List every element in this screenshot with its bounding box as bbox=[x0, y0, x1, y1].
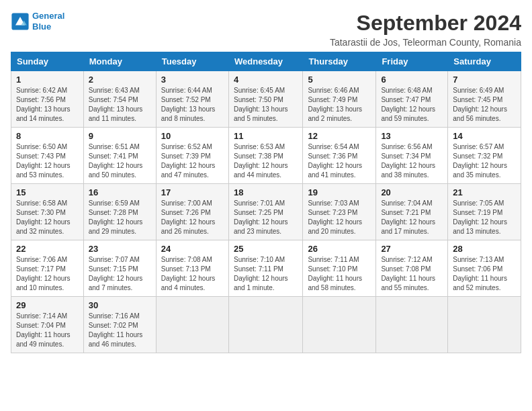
day-info: Sunrise: 6:53 AMSunset: 7:38 PMDaylight:… bbox=[234, 142, 298, 180]
day-info: Sunrise: 6:46 AMSunset: 7:49 PMDaylight:… bbox=[308, 86, 371, 124]
day-info: Sunrise: 7:05 AMSunset: 7:19 PMDaylight:… bbox=[453, 199, 516, 236]
day-info: Sunrise: 6:56 AMSunset: 7:34 PMDaylight:… bbox=[381, 142, 443, 180]
calendar-header-row: SundayMondayTuesdayWednesdayThursdayFrid… bbox=[11, 52, 521, 71]
day-number: 30 bbox=[89, 300, 151, 310]
day-number: 27 bbox=[381, 244, 443, 254]
day-number: 25 bbox=[234, 244, 298, 254]
calendar-cell: 9Sunrise: 6:51 AMSunset: 7:41 PMDaylight… bbox=[83, 128, 156, 184]
day-info: Sunrise: 6:57 AMSunset: 7:32 PMDaylight:… bbox=[453, 142, 516, 180]
calendar-cell: 16Sunrise: 6:59 AMSunset: 7:28 PMDayligh… bbox=[83, 184, 156, 240]
header-sunday: Sunday bbox=[11, 52, 84, 71]
calendar-cell bbox=[448, 297, 521, 353]
header-tuesday: Tuesday bbox=[156, 52, 228, 71]
calendar-cell: 11Sunrise: 6:53 AMSunset: 7:38 PMDayligh… bbox=[228, 128, 302, 184]
day-number: 20 bbox=[381, 187, 443, 197]
calendar-cell: 29Sunrise: 7:14 AMSunset: 7:04 PMDayligh… bbox=[11, 297, 84, 353]
month-title: September 2024 bbox=[330, 11, 521, 36]
header-wednesday: Wednesday bbox=[228, 52, 302, 71]
logo-text: General Blue bbox=[32, 11, 64, 32]
day-number: 14 bbox=[453, 131, 516, 141]
logo-line1: General bbox=[32, 11, 64, 21]
calendar-cell: 14Sunrise: 6:57 AMSunset: 7:32 PMDayligh… bbox=[448, 128, 521, 184]
day-info: Sunrise: 6:48 AMSunset: 7:47 PMDaylight:… bbox=[381, 86, 443, 124]
calendar-cell: 21Sunrise: 7:05 AMSunset: 7:19 PMDayligh… bbox=[448, 184, 521, 240]
week-row-3: 15Sunrise: 6:58 AMSunset: 7:30 PMDayligh… bbox=[11, 184, 521, 240]
day-info: Sunrise: 7:12 AMSunset: 7:08 PMDaylight:… bbox=[381, 255, 443, 293]
day-number: 12 bbox=[308, 131, 371, 141]
day-number: 16 bbox=[89, 187, 151, 197]
calendar-cell bbox=[228, 297, 302, 353]
location-subtitle: Tatarastii de Jos, Teleorman County, Rom… bbox=[330, 37, 521, 48]
day-info: Sunrise: 6:43 AMSunset: 7:54 PMDaylight:… bbox=[89, 86, 151, 124]
calendar-cell: 13Sunrise: 6:56 AMSunset: 7:34 PMDayligh… bbox=[376, 128, 448, 184]
day-number: 4 bbox=[234, 75, 298, 85]
calendar-cell: 3Sunrise: 6:44 AMSunset: 7:52 PMDaylight… bbox=[156, 71, 228, 128]
day-number: 1 bbox=[16, 75, 79, 85]
day-number: 24 bbox=[161, 244, 224, 254]
day-info: Sunrise: 6:51 AMSunset: 7:41 PMDaylight:… bbox=[89, 142, 151, 180]
day-info: Sunrise: 7:07 AMSunset: 7:15 PMDaylight:… bbox=[89, 255, 151, 293]
day-number: 2 bbox=[89, 75, 151, 85]
calendar-table: SundayMondayTuesdayWednesdayThursdayFrid… bbox=[11, 52, 521, 353]
day-number: 8 bbox=[16, 131, 79, 141]
calendar-cell: 18Sunrise: 7:01 AMSunset: 7:25 PMDayligh… bbox=[228, 184, 302, 240]
title-block: September 2024 Tatarastii de Jos, Teleor… bbox=[330, 11, 521, 48]
day-info: Sunrise: 6:50 AMSunset: 7:43 PMDaylight:… bbox=[16, 142, 79, 180]
day-info: Sunrise: 7:04 AMSunset: 7:21 PMDaylight:… bbox=[381, 199, 443, 236]
logo-line2: Blue bbox=[32, 21, 51, 32]
calendar-cell: 24Sunrise: 7:08 AMSunset: 7:13 PMDayligh… bbox=[156, 240, 228, 297]
calendar-cell: 28Sunrise: 7:13 AMSunset: 7:06 PMDayligh… bbox=[448, 240, 521, 297]
day-info: Sunrise: 6:52 AMSunset: 7:39 PMDaylight:… bbox=[161, 142, 224, 180]
week-row-1: 1Sunrise: 6:42 AMSunset: 7:56 PMDaylight… bbox=[11, 71, 521, 128]
header-friday: Friday bbox=[376, 52, 448, 71]
day-info: Sunrise: 7:13 AMSunset: 7:06 PMDaylight:… bbox=[453, 255, 516, 293]
day-info: Sunrise: 6:59 AMSunset: 7:28 PMDaylight:… bbox=[89, 199, 151, 236]
calendar-cell: 22Sunrise: 7:06 AMSunset: 7:17 PMDayligh… bbox=[11, 240, 84, 297]
calendar-cell: 19Sunrise: 7:03 AMSunset: 7:23 PMDayligh… bbox=[303, 184, 376, 240]
week-row-5: 29Sunrise: 7:14 AMSunset: 7:04 PMDayligh… bbox=[11, 297, 521, 353]
calendar-cell: 7Sunrise: 6:49 AMSunset: 7:45 PMDaylight… bbox=[448, 71, 521, 128]
day-info: Sunrise: 7:10 AMSunset: 7:11 PMDaylight:… bbox=[234, 255, 298, 293]
day-number: 28 bbox=[453, 244, 516, 254]
calendar-body: 1Sunrise: 6:42 AMSunset: 7:56 PMDaylight… bbox=[11, 71, 521, 353]
week-row-4: 22Sunrise: 7:06 AMSunset: 7:17 PMDayligh… bbox=[11, 240, 521, 297]
calendar-cell: 12Sunrise: 6:54 AMSunset: 7:36 PMDayligh… bbox=[303, 128, 376, 184]
calendar-cell: 20Sunrise: 7:04 AMSunset: 7:21 PMDayligh… bbox=[376, 184, 448, 240]
day-number: 21 bbox=[453, 187, 516, 197]
calendar-cell: 27Sunrise: 7:12 AMSunset: 7:08 PMDayligh… bbox=[376, 240, 448, 297]
day-number: 6 bbox=[381, 75, 443, 85]
day-number: 29 bbox=[16, 300, 79, 310]
day-number: 26 bbox=[308, 244, 371, 254]
day-number: 10 bbox=[161, 131, 224, 141]
day-number: 5 bbox=[308, 75, 371, 85]
header-saturday: Saturday bbox=[448, 52, 521, 71]
day-info: Sunrise: 6:54 AMSunset: 7:36 PMDaylight:… bbox=[308, 142, 371, 180]
calendar-cell: 2Sunrise: 6:43 AMSunset: 7:54 PMDaylight… bbox=[83, 71, 156, 128]
calendar-cell bbox=[303, 297, 376, 353]
day-number: 11 bbox=[234, 131, 298, 141]
calendar-cell: 23Sunrise: 7:07 AMSunset: 7:15 PMDayligh… bbox=[83, 240, 156, 297]
day-number: 17 bbox=[161, 187, 224, 197]
day-number: 3 bbox=[161, 75, 224, 85]
day-number: 15 bbox=[16, 187, 79, 197]
calendar-cell bbox=[376, 297, 448, 353]
day-number: 22 bbox=[16, 244, 79, 254]
logo: General Blue bbox=[11, 11, 64, 32]
day-info: Sunrise: 7:11 AMSunset: 7:10 PMDaylight:… bbox=[308, 255, 371, 293]
day-info: Sunrise: 7:03 AMSunset: 7:23 PMDaylight:… bbox=[308, 199, 371, 236]
day-number: 13 bbox=[381, 131, 443, 141]
calendar-cell: 30Sunrise: 7:16 AMSunset: 7:02 PMDayligh… bbox=[83, 297, 156, 353]
calendar-cell: 5Sunrise: 6:46 AMSunset: 7:49 PMDaylight… bbox=[303, 71, 376, 128]
calendar-cell: 4Sunrise: 6:45 AMSunset: 7:50 PMDaylight… bbox=[228, 71, 302, 128]
day-number: 9 bbox=[89, 131, 151, 141]
day-info: Sunrise: 7:01 AMSunset: 7:25 PMDaylight:… bbox=[234, 199, 298, 236]
page-header: General Blue September 2024 Tatarastii d… bbox=[11, 11, 521, 48]
logo-icon bbox=[11, 12, 30, 31]
calendar-cell: 10Sunrise: 6:52 AMSunset: 7:39 PMDayligh… bbox=[156, 128, 228, 184]
day-info: Sunrise: 6:42 AMSunset: 7:56 PMDaylight:… bbox=[16, 86, 79, 124]
header-thursday: Thursday bbox=[303, 52, 376, 71]
calendar-cell: 25Sunrise: 7:10 AMSunset: 7:11 PMDayligh… bbox=[228, 240, 302, 297]
header-monday: Monday bbox=[83, 52, 156, 71]
calendar-cell: 6Sunrise: 6:48 AMSunset: 7:47 PMDaylight… bbox=[376, 71, 448, 128]
day-number: 19 bbox=[308, 187, 371, 197]
